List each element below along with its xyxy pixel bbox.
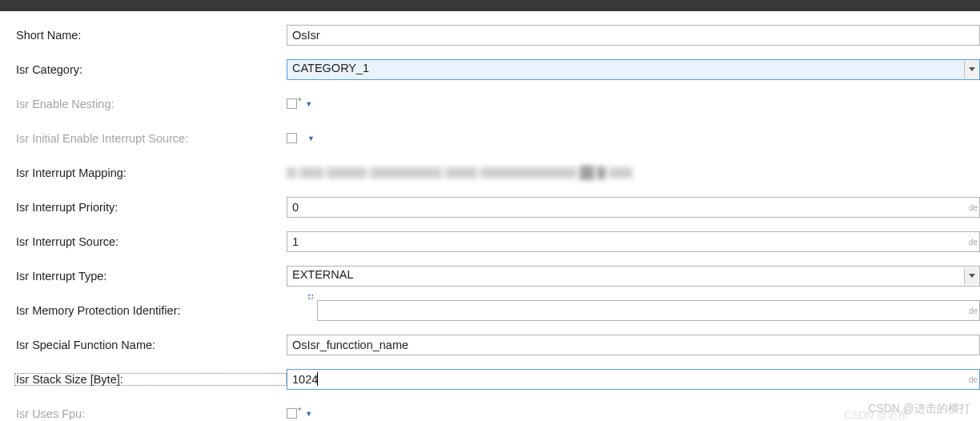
- select-isr-category-value: CATEGORY_1: [292, 62, 369, 74]
- label-isr-stack-size: Isr Stack Size [Byte]:: [14, 373, 287, 386]
- text-cursor-icon: [317, 372, 318, 386]
- row-isr-category: Isr Category: CATEGORY_1: [14, 52, 980, 86]
- row-isr-interrupt-mapping: Isr Interrupt Mapping:: [14, 155, 980, 190]
- label-isr-interrupt-type: Isr Interrupt Type:: [14, 270, 287, 283]
- window-title-bar: [0, 0, 980, 11]
- checkbox-isr-uses-fpu[interactable]: [287, 408, 297, 419]
- chevron-down-icon: [964, 267, 978, 285]
- caret-down-icon[interactable]: ▼: [305, 410, 312, 418]
- row-isr-interrupt-type: Isr Interrupt Type: EXTERNAL: [14, 259, 980, 293]
- caret-down-icon[interactable]: ▼: [305, 100, 312, 108]
- input-isr-special-function-name[interactable]: [287, 335, 980, 355]
- property-form: Short Name: Isr Category: CATEGORY_1 Isr…: [14, 18, 980, 421]
- caret-down-icon[interactable]: ▼: [307, 134, 315, 142]
- resize-handle-icon: [308, 295, 313, 299]
- row-isr-stack-size: Isr Stack Size [Byte]: 1024 de: [14, 362, 980, 396]
- chevron-down-icon: [964, 61, 978, 78]
- checkbox-isr-initial-enable-interrupt-source[interactable]: [287, 133, 297, 143]
- select-isr-interrupt-type-value: EXTERNAL: [292, 268, 354, 281]
- required-asterisk-icon: *: [298, 406, 301, 415]
- input-short-name[interactable]: [287, 25, 980, 46]
- label-isr-interrupt-priority: Isr Interrupt Priority:: [14, 201, 287, 214]
- label-isr-special-function-name: Isr Special Function Name:: [14, 339, 287, 351]
- row-isr-initial-enable-interrupt-source: Isr Initial Enable Interrupt Source: ▼: [14, 121, 980, 155]
- input-isr-interrupt-source[interactable]: [287, 231, 980, 252]
- input-isr-memory-protection-identifier[interactable]: [317, 300, 980, 321]
- label-isr-interrupt-source: Isr Interrupt Source:: [14, 235, 287, 248]
- input-isr-stack-size[interactable]: 1024: [287, 369, 980, 390]
- row-isr-interrupt-priority: Isr Interrupt Priority: de: [14, 190, 980, 224]
- row-isr-enable-nesting: Isr Enable Nesting: * ▼: [14, 86, 980, 121]
- label-isr-interrupt-mapping: Isr Interrupt Mapping:: [14, 166, 287, 179]
- label-isr-category: Isr Category:: [14, 63, 287, 76]
- label-isr-initial-enable-interrupt-source: Isr Initial Enable Interrupt Source:: [14, 132, 287, 145]
- checkbox-isr-enable-nesting[interactable]: [287, 98, 297, 109]
- row-isr-uses-fpu: Isr Uses Fpu: * ▼: [14, 396, 980, 421]
- input-isr-interrupt-priority[interactable]: [287, 197, 980, 218]
- redacted-content: [287, 164, 703, 182]
- row-isr-memory-protection-identifier: Isr Memory Protection Identifier: de: [14, 293, 980, 327]
- label-isr-uses-fpu: Isr Uses Fpu:: [14, 407, 287, 420]
- label-isr-memory-protection-identifier: Isr Memory Protection Identifier:: [14, 304, 287, 317]
- select-isr-interrupt-type[interactable]: EXTERNAL: [287, 266, 980, 287]
- required-asterisk-icon: *: [298, 96, 301, 106]
- row-isr-special-function-name: Isr Special Function Name:: [14, 327, 980, 362]
- row-short-name: Short Name:: [14, 18, 980, 52]
- label-isr-enable-nesting: Isr Enable Nesting:: [14, 98, 287, 110]
- row-isr-interrupt-source: Isr Interrupt Source: de: [14, 224, 980, 259]
- select-isr-category[interactable]: CATEGORY_1: [287, 59, 980, 80]
- label-short-name: Short Name:: [14, 29, 287, 42]
